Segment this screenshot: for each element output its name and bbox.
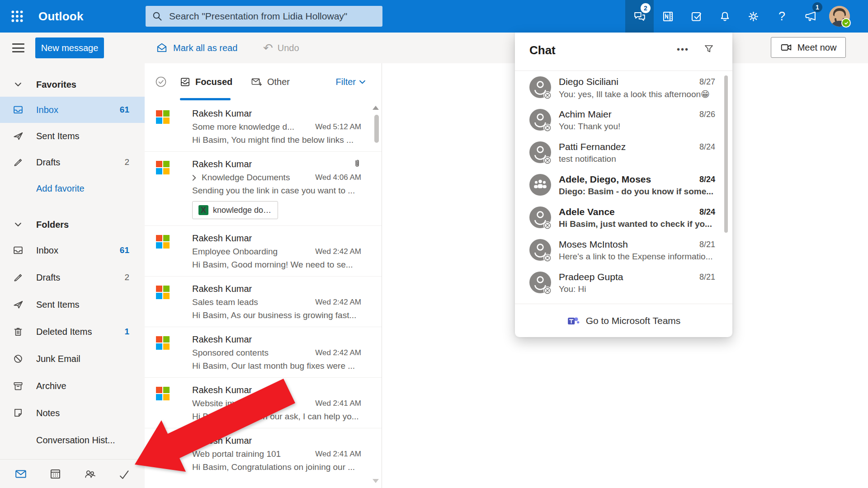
pencil-icon [0, 156, 36, 168]
sidebar-item-label: Notes [36, 408, 129, 418]
status-offline-icon [543, 123, 552, 132]
chat-panel-header: Chat ••• [515, 33, 732, 71]
undo-button[interactable]: ↶ Undo [263, 33, 299, 63]
tasks-module-icon[interactable] [118, 468, 130, 480]
sidebar-item-label: Junk Email [36, 354, 129, 364]
focused-inbox-icon [180, 77, 190, 87]
chat-item-2[interactable]: Achim Maier 8/26 You: Thank you! [515, 103, 732, 136]
chat-item-5[interactable]: Adele Vance 8/24 Hi Basim, just wanted t… [515, 201, 732, 234]
sidebar-item-notes[interactable]: Notes [0, 399, 145, 427]
undo-icon: ↶ [263, 42, 273, 54]
sender-avatar-microsoft-logo [156, 286, 170, 299]
email-row-4[interactable]: Rakesh Kumar Sales team leads Wed 2:42 A… [145, 276, 382, 327]
mark-all-as-read-button[interactable]: Mark all as read [156, 33, 237, 63]
tab-other-label: Other [267, 77, 290, 87]
teams-chat-button[interactable]: 2 [625, 0, 654, 33]
attachment-chip[interactable]: X knowledge doc... [192, 201, 278, 219]
chat-item-4-group[interactable]: Adele, Diego, Moses 8/24 Diego: Basim - … [515, 169, 732, 201]
unread-count: 1 [124, 327, 145, 337]
sidebar-item-sent[interactable]: Sent Items [0, 291, 145, 318]
sidebar-item-label: Inbox [36, 245, 120, 256]
sender-avatar-microsoft-logo [156, 336, 170, 350]
favorites-section-header[interactable]: Favorites [0, 72, 145, 97]
block-icon [0, 353, 36, 365]
search-bar[interactable] [146, 6, 382, 27]
status-offline-icon [543, 253, 552, 263]
hamburger-menu-icon[interactable] [12, 43, 24, 52]
new-message-button[interactable]: New message [35, 38, 104, 58]
chat-contact-name: Patti Fernandez [559, 141, 678, 152]
whats-new-button[interactable]: 1 [796, 0, 825, 33]
command-bar: Mark all as read ↶ Undo Meet now [145, 33, 868, 63]
go-to-teams-label: Go to Microsoft Teams [586, 315, 681, 326]
tab-other[interactable]: Other [251, 77, 290, 87]
meet-now-button[interactable]: Meet now [771, 37, 846, 58]
status-offline-icon [543, 91, 552, 100]
folders-section-header[interactable]: Folders [0, 212, 145, 237]
more-options-icon[interactable]: ••• [677, 44, 689, 55]
sidebar-item-archive[interactable]: Archive [0, 372, 145, 399]
sidebar-item-inbox-favorite[interactable]: Inbox 61 [0, 97, 145, 123]
chat-item-3[interactable]: Patti Fernandez 8/24 test notification [515, 136, 732, 169]
help-button[interactable]: ? [768, 0, 796, 33]
email-time: Wed 5:12 AM [315, 122, 361, 131]
email-row-2[interactable]: Rakesh Kumar Knowledge Documents Wed 4:0… [145, 151, 382, 225]
sidebar-item-inbox[interactable]: Inbox 61 [0, 237, 145, 264]
top-app-bar: Outlook 2 ? 1 [0, 0, 868, 33]
account-avatar-button[interactable] [825, 0, 854, 33]
chat-scrollbar-thumb[interactable] [724, 75, 728, 233]
sidebar-item-deleted[interactable]: Deleted Items 1 [0, 318, 145, 345]
status-offline-icon [543, 286, 552, 295]
scrollbar-down-arrow[interactable] [373, 479, 379, 483]
undo-label: Undo [278, 43, 299, 53]
todo-button[interactable] [682, 0, 711, 33]
chat-item-7[interactable]: Pradeep Gupta 8/21 You: Hi [515, 266, 732, 299]
tab-focused-label: Focused [195, 77, 232, 87]
folder-sidebar: New message Favorites Inbox 61 Sent Item… [0, 33, 145, 488]
sidebar-item-sent-favorite[interactable]: Sent Items [0, 123, 145, 149]
go-to-teams-link[interactable]: Go to Microsoft Teams [515, 304, 732, 337]
sidebar-item-label: Drafts [36, 157, 124, 168]
scrollbar-thumb[interactable] [374, 115, 379, 143]
chat-item-6[interactable]: Moses McIntosh 8/21 Here's a link to the… [515, 234, 732, 266]
email-preview: Hi Basim, Our last month bug fixes were … [192, 361, 361, 371]
email-row-5[interactable]: Rakesh Kumar Sponsored contents Wed 2:42… [145, 327, 382, 377]
notifications-button[interactable] [711, 0, 739, 33]
chat-item-1[interactable]: Diego Siciliani 8/27 You: yes, Ill take … [515, 71, 732, 103]
email-row-3[interactable]: Rakesh Kumar Employee Onboarding Wed 2:4… [145, 225, 382, 276]
email-preview: Hi Basim, Good morning! We need to se... [192, 260, 361, 270]
select-all-circle-check-icon[interactable] [155, 75, 167, 88]
presence-available-icon [841, 18, 851, 28]
email-sender: Rakesh Kumar [192, 159, 361, 169]
scrollbar-up-arrow[interactable] [373, 106, 379, 110]
open-mail-icon [156, 42, 168, 54]
people-module-icon[interactable] [84, 468, 96, 480]
email-time: Wed 2:42 AM [315, 247, 361, 256]
outlook-window: Outlook 2 ? 1 [0, 0, 868, 488]
chat-conversation-list: Diego Siciliani 8/27 You: yes, Ill take … [515, 71, 732, 299]
mail-module-icon[interactable] [14, 468, 27, 480]
add-favorite-link[interactable]: Add favorite [0, 175, 145, 202]
tab-focused[interactable]: Focused [180, 77, 232, 87]
calendar-module-icon[interactable] [49, 468, 61, 480]
settings-button[interactable] [739, 0, 768, 33]
sidebar-item-junk[interactable]: Junk Email [0, 345, 145, 372]
email-row-7[interactable]: Rakesh Kumar Web portal training 101 Wed… [145, 428, 382, 479]
app-launcher-waffle-icon[interactable] [7, 7, 27, 25]
onenote-button[interactable] [654, 0, 682, 33]
chat-preview: You: Hi [559, 284, 714, 294]
email-row-6[interactable]: Rakesh Kumar Website improve... Wed 2:41… [145, 377, 382, 428]
search-input[interactable] [168, 10, 376, 22]
expand-conversation-chevron-icon[interactable] [192, 175, 196, 181]
email-row-1[interactable]: Rakesh Kumar Some more knowledge d... We… [145, 101, 382, 151]
filter-funnel-icon[interactable] [703, 43, 714, 54]
sidebar-item-drafts[interactable]: Drafts 2 [0, 264, 145, 291]
sidebar-item-conversation-history[interactable]: Conversation Hist... [0, 427, 145, 454]
email-preview: Hi Basim, Based on our ask, I can help y… [192, 412, 361, 422]
filter-label: Filter [336, 77, 356, 87]
send-icon [0, 130, 36, 142]
item-count: 2 [124, 272, 145, 282]
unread-count: 61 [120, 105, 145, 115]
filter-dropdown[interactable]: Filter [336, 77, 365, 87]
sidebar-item-drafts-favorite[interactable]: Drafts 2 [0, 149, 145, 175]
